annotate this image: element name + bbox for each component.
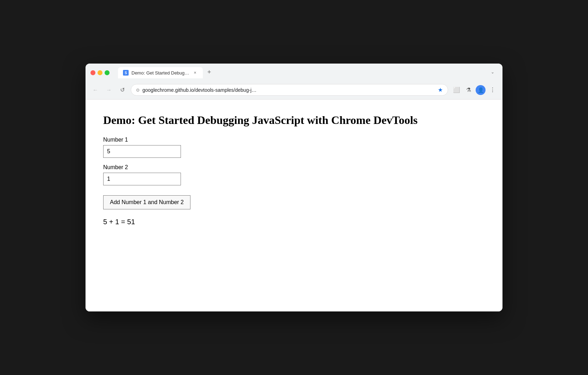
close-window-button[interactable] bbox=[90, 70, 95, 75]
page-content: Demo: Get Started Debugging JavaScript w… bbox=[86, 100, 502, 311]
lab-button[interactable]: ⚗ bbox=[464, 85, 474, 95]
back-button[interactable]: ← bbox=[90, 85, 100, 95]
tab-dropdown-button[interactable]: ⌄ bbox=[488, 67, 498, 77]
forward-button[interactable]: → bbox=[104, 85, 114, 95]
page-title: Demo: Get Started Debugging JavaScript w… bbox=[103, 114, 485, 127]
tab-close-button[interactable]: × bbox=[192, 70, 198, 76]
extensions-button[interactable]: ⬜ bbox=[452, 85, 461, 95]
result-text: 5 + 1 = 51 bbox=[103, 218, 485, 226]
number1-input[interactable] bbox=[103, 145, 181, 158]
title-bar: S Demo: Get Started Debuggin… × + ⌄ bbox=[86, 64, 502, 81]
favicon-letter: S bbox=[125, 71, 127, 75]
maximize-window-button[interactable] bbox=[105, 70, 110, 75]
tab-title: Demo: Get Started Debuggin… bbox=[131, 70, 189, 76]
number1-label: Number 1 bbox=[103, 137, 485, 143]
add-button[interactable]: Add Number 1 and Number 2 bbox=[103, 195, 190, 209]
traffic-lights bbox=[90, 70, 110, 75]
profile-icon: 👤 bbox=[478, 87, 484, 93]
toolbar-right: ⬜ ⚗ 👤 ⋮ bbox=[452, 85, 498, 95]
number2-section: Number 2 bbox=[103, 164, 485, 185]
url-text: googlechrome.github.io/devtools-samples/… bbox=[142, 87, 435, 93]
window-controls-row: S Demo: Get Started Debuggin… × + ⌄ bbox=[90, 67, 498, 78]
minimize-window-button[interactable] bbox=[98, 70, 102, 75]
number2-label: Number 2 bbox=[103, 164, 485, 171]
profile-button[interactable]: 👤 bbox=[476, 85, 486, 95]
address-bar[interactable]: ⊙ googlechrome.github.io/devtools-sample… bbox=[131, 84, 448, 96]
security-icon: ⊙ bbox=[136, 88, 140, 93]
tab-favicon: S bbox=[123, 70, 129, 76]
menu-button[interactable]: ⋮ bbox=[488, 85, 498, 95]
active-tab[interactable]: S Demo: Get Started Debuggin… × bbox=[118, 67, 203, 78]
browser-window: S Demo: Get Started Debuggin… × + ⌄ ← → … bbox=[86, 64, 502, 311]
new-tab-button[interactable]: + bbox=[204, 67, 214, 77]
address-bar-row: ← → ↺ ⊙ googlechrome.github.io/devtools-… bbox=[86, 81, 502, 100]
bookmark-icon[interactable]: ★ bbox=[438, 87, 443, 93]
reload-button[interactable]: ↺ bbox=[117, 85, 127, 95]
tabs-row: S Demo: Get Started Debuggin… × + ⌄ bbox=[118, 67, 498, 78]
number1-section: Number 1 bbox=[103, 137, 485, 158]
number2-input[interactable] bbox=[103, 173, 181, 185]
